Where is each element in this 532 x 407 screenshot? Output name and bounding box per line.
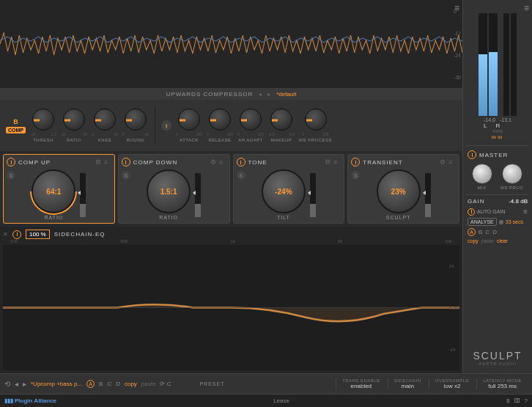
thresh-knob[interactable]: .small-knob::after{transform:translateX(…: [32, 109, 54, 131]
ms-proc-knob[interactable]: [502, 164, 522, 184]
info-button[interactable]: i: [161, 120, 171, 131]
settings-icon[interactable]: ⚙: [440, 158, 447, 166]
clear-button[interactable]: clear: [497, 238, 508, 243]
preset-name[interactable]: *Upcomp +bass p...: [31, 381, 82, 387]
waveform-display[interactable]: ≡ 0 -12 -24 -36: [0, 0, 462, 88]
solo-button[interactable]: S: [237, 171, 245, 180]
tone-power[interactable]: [237, 158, 245, 166]
comp-down-knob[interactable]: 1.5:1: [147, 169, 191, 213]
latency-value[interactable]: full 253 ms: [488, 383, 517, 389]
undo-icon[interactable]: ⟲: [4, 380, 10, 388]
comp-down-power[interactable]: [122, 158, 130, 166]
oversample-value[interactable]: low x2: [444, 383, 461, 389]
comp-tag[interactable]: COMP: [6, 127, 26, 133]
oversample-section: OVERSAMPLE low x2: [429, 378, 475, 389]
tone-knob[interactable]: -24%: [262, 169, 306, 213]
preset-copy[interactable]: copy: [125, 381, 137, 387]
ms-process-knob[interactable]: [305, 109, 327, 131]
modules-row: COMP UP ⚙ ≡ S 64:1 RATIO: [0, 151, 462, 227]
bound-knob[interactable]: [125, 109, 147, 131]
help-icon[interactable]: ?: [525, 397, 528, 404]
auto-gain-label: AUTO GAIN: [477, 209, 505, 214]
attack-knob[interactable]: [178, 109, 200, 131]
copy-button[interactable]: copy: [468, 238, 479, 243]
slot-a[interactable]: A: [468, 228, 476, 236]
slot-d[interactable]: D: [492, 229, 497, 235]
sc-percent[interactable]: 100 %: [26, 230, 50, 239]
meters-menu-icon[interactable]: ≡: [524, 3, 529, 13]
preset-slot-a[interactable]: A: [86, 380, 95, 388]
badge-b[interactable]: B: [13, 118, 18, 125]
preset-next[interactable]: ▸: [23, 380, 26, 388]
sc-freq-labels: 100 500 1k 5k 10k: [3, 239, 459, 243]
settings-icon[interactable]: ⚙: [95, 158, 103, 166]
ar-adapt-knob[interactable]: [240, 109, 262, 131]
sc-power[interactable]: [12, 230, 21, 239]
settings-icon[interactable]: ⚙: [210, 158, 218, 166]
menu-icon[interactable]: ≡: [448, 158, 456, 166]
compressor-preset[interactable]: *default: [276, 91, 296, 98]
makeup-knob-group: -6.06.0 MAKEUP: [268, 109, 295, 142]
main-area: ≡ 0 -12 -24 -36 UPWARDS COMPRESSOR ◂ ▸ *…: [0, 0, 532, 373]
master-power[interactable]: [468, 150, 476, 159]
trans-enable-value[interactable]: enabled: [351, 383, 372, 389]
brand-area: SCULPT ADPTR AUDIO: [466, 345, 529, 370]
preset-reset-icon[interactable]: ⟳ C: [160, 381, 171, 387]
auto-gain-power[interactable]: [468, 208, 475, 216]
ratio-knob[interactable]: [63, 109, 85, 131]
preset-paste[interactable]: paste: [141, 381, 156, 387]
dollar-icon[interactable]: $: [506, 397, 509, 404]
plugin-alliance-logo[interactable]: Plugin Alliance: [15, 397, 56, 404]
knob-label: MS PROC: [500, 186, 524, 190]
license-status: Lease: [56, 397, 506, 404]
scale-tick: -36: [454, 75, 461, 80]
paste-button[interactable]: paste: [481, 238, 494, 243]
gain-value[interactable]: -4.8 dB: [509, 198, 528, 205]
knob-label: AR ADAPT: [238, 138, 263, 142]
sidechain-eq-area: ✕ 100 % SIDECHAIN-EQ 100 500 1k 5k 10k: [0, 227, 462, 373]
slot-b[interactable]: B: [479, 229, 482, 235]
solo-button[interactable]: S: [7, 171, 15, 180]
sc-graph[interactable]: 24 0 dB -24: [3, 245, 459, 370]
sidechain-value[interactable]: main: [402, 383, 414, 389]
release-knob[interactable]: [209, 109, 231, 131]
module-title: TRANSIENT: [363, 159, 402, 166]
preset-slot-c[interactable]: C: [107, 381, 111, 387]
transient-power[interactable]: [351, 158, 360, 166]
slot-c[interactable]: C: [485, 229, 489, 235]
sc-title: SIDECHAIN-EQ: [54, 231, 106, 238]
settings-icon[interactable]: ⚙: [325, 158, 332, 166]
solo-button[interactable]: S: [122, 171, 130, 180]
pa-bars-icon: ▮▮▮: [4, 397, 13, 404]
knob-label: THRESH: [33, 138, 53, 142]
preset-slot-b[interactable]: B: [99, 381, 103, 387]
module-title: COMP UP: [18, 159, 51, 166]
brand-logo: SCULPT: [468, 350, 528, 362]
knob-label: RELEASE: [208, 138, 231, 142]
analyse-button[interactable]: ANALYSE: [468, 218, 497, 226]
menu-icon[interactable]: ≡: [219, 158, 226, 166]
menu-icon[interactable]: ≡: [104, 158, 111, 166]
preset-prev[interactable]: ◂: [15, 380, 18, 388]
sc-close-icon[interactable]: ✕: [3, 231, 8, 238]
meter-aux-1: [503, 13, 509, 116]
preset-slot-d[interactable]: D: [116, 381, 120, 387]
record-dot-icon[interactable]: [499, 220, 503, 224]
preset-prev-icon[interactable]: ◂: [259, 91, 262, 98]
menu-icon[interactable]: ≡: [333, 158, 341, 166]
knee-knob[interactable]: [94, 109, 116, 131]
left-panel: ≡ 0 -12 -24 -36 UPWARDS COMPRESSOR ◂ ▸ *…: [0, 0, 462, 373]
preset-next-icon[interactable]: ▸: [267, 91, 270, 98]
comp-up-meter: [80, 173, 86, 217]
gain-menu-icon[interactable]: ≡: [523, 208, 528, 216]
mix-knob[interactable]: [472, 164, 492, 184]
transient-knob[interactable]: 23%: [377, 169, 421, 213]
key-icon[interactable]: ⚿: [514, 397, 520, 404]
comp-up-knob[interactable]: 64:1: [32, 169, 75, 213]
ar-adapt-knob-group: 0100 AR ADAPT: [237, 109, 264, 142]
master-section: MASTER MIX MS PROC: [466, 145, 529, 194]
comp-down-meter: [195, 173, 201, 217]
makeup-knob[interactable]: [270, 109, 292, 131]
knob-label: RATIO: [44, 215, 63, 220]
comp-up-power[interactable]: [7, 158, 15, 166]
